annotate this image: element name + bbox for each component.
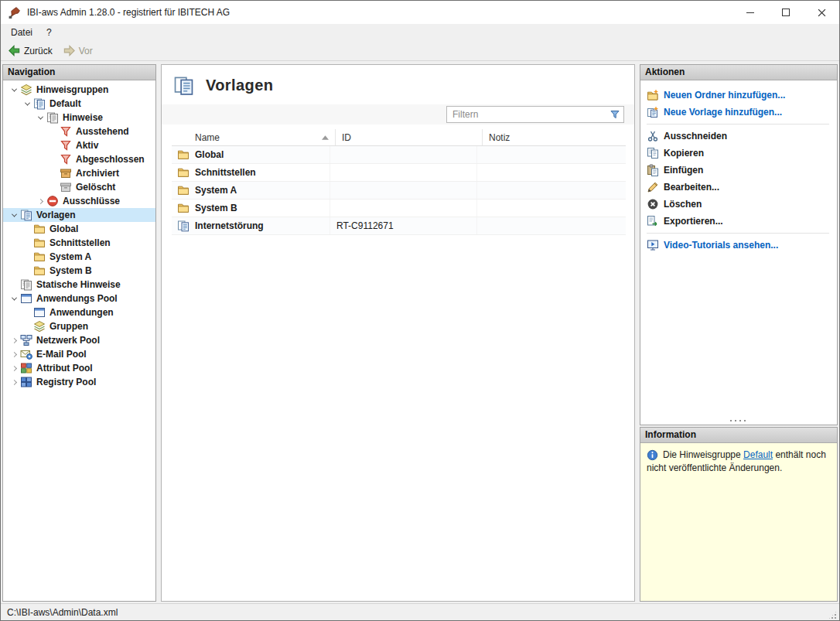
panel-splitter[interactable] bbox=[640, 418, 837, 425]
table-row-global[interactable]: Global bbox=[172, 146, 626, 164]
right-column: Aktionen Neuen Ordner hinzufügen...Neue … bbox=[640, 64, 838, 602]
cell-name: Schnittstellen bbox=[190, 167, 330, 178]
tree-item-system-b[interactable]: System B bbox=[3, 264, 155, 278]
tree-item-registry-pool[interactable]: Registry Pool bbox=[3, 375, 155, 389]
tree-item-label: Anwendungen bbox=[50, 307, 114, 318]
tree-item-gel-scht[interactable]: Gelöscht bbox=[3, 180, 155, 194]
default-group-link[interactable]: Default bbox=[743, 449, 773, 460]
tree-item-schnittstellen[interactable]: Schnittstellen bbox=[3, 236, 155, 250]
tree-item-hinweise[interactable]: Hinweise bbox=[3, 111, 155, 125]
tree-item-label: Ausstehend bbox=[76, 126, 129, 137]
column-header-name[interactable]: Name bbox=[172, 129, 335, 145]
navigation-panel: Navigation HinweisgruppenDefaultHinweise… bbox=[2, 64, 156, 602]
cell-id bbox=[330, 182, 476, 199]
menu-item-help[interactable]: ? bbox=[39, 24, 59, 41]
navigation-header: Navigation bbox=[3, 65, 155, 80]
tree-item-label: Abgeschlossen bbox=[76, 154, 145, 165]
minimize-button[interactable] bbox=[732, 1, 768, 24]
toolbar: Zurück Vor bbox=[1, 41, 839, 61]
chevron-glyph bbox=[11, 295, 16, 300]
email-icon bbox=[20, 348, 32, 360]
filter-input[interactable] bbox=[446, 106, 624, 123]
tree-item-label: Gruppen bbox=[50, 321, 88, 332]
attribute-icon bbox=[20, 362, 32, 374]
template-icon bbox=[20, 209, 32, 221]
action-kopieren[interactable]: Kopieren bbox=[647, 145, 834, 162]
chevron-collapsed-icon[interactable] bbox=[8, 362, 20, 374]
tree-item-global[interactable]: Global bbox=[3, 222, 155, 236]
column-header-notiz-label: Notiz bbox=[489, 132, 510, 143]
action-label: Kopieren bbox=[664, 148, 704, 159]
column-header-id[interactable]: ID bbox=[335, 129, 482, 145]
status-bar: C:\IBI-aws\Admin\Data.xml bbox=[1, 603, 839, 620]
cut-icon bbox=[647, 130, 659, 142]
chevron-expanded-icon[interactable] bbox=[8, 209, 20, 221]
chevron-expanded-icon[interactable] bbox=[8, 292, 20, 305]
tree-item-attribut-pool[interactable]: Attribut Pool bbox=[3, 361, 155, 375]
resize-grip-icon[interactable] bbox=[828, 610, 838, 620]
tree-item-statische-hinweise[interactable]: Statische Hinweise bbox=[3, 278, 155, 292]
chevron-glyph bbox=[24, 100, 29, 105]
tree-item-ausschl-sse[interactable]: Ausschlüsse bbox=[3, 194, 155, 208]
forward-button[interactable]: Vor bbox=[60, 43, 100, 59]
content-area: Navigation HinweisgruppenDefaultHinweise… bbox=[1, 61, 839, 603]
tree-item-anwendungs-pool[interactable]: Anwendungs Pool bbox=[3, 292, 155, 305]
menu-item-datei[interactable]: Datei bbox=[4, 24, 39, 41]
chevron-collapsed-icon[interactable] bbox=[8, 334, 20, 346]
table-body: GlobalSchnittstellenSystem ASystem BInte… bbox=[172, 146, 626, 235]
twisty-spacer bbox=[21, 320, 33, 333]
tree-item-label: Anwendungs Pool bbox=[36, 293, 118, 304]
chevron-collapsed-icon[interactable] bbox=[34, 195, 46, 207]
table-row-system-a[interactable]: System A bbox=[172, 182, 626, 200]
action-exportieren[interactable]: Exportieren... bbox=[647, 213, 834, 230]
tree-item-default[interactable]: Default bbox=[3, 97, 155, 111]
close-button[interactable] bbox=[804, 1, 839, 24]
action-neuen-ordner-hinzuf-gen[interactable]: Neuen Ordner hinzufügen... bbox=[647, 87, 834, 104]
tree-item-netzwerk-pool[interactable]: Netzwerk Pool bbox=[3, 333, 155, 347]
back-button[interactable]: Zurück bbox=[5, 43, 60, 59]
tree-item-hinweisgruppen[interactable]: Hinweisgruppen bbox=[3, 83, 155, 97]
grip-dots-icon bbox=[729, 419, 748, 422]
table-row-system-b[interactable]: System B bbox=[172, 200, 626, 217]
tree-item-ausstehend[interactable]: Ausstehend bbox=[3, 125, 155, 138]
chevron-expanded-icon[interactable] bbox=[34, 111, 46, 124]
tree-item-label: Gelöscht bbox=[76, 182, 115, 193]
twisty-spacer bbox=[21, 264, 33, 277]
maximize-button[interactable] bbox=[768, 1, 804, 24]
filter-funnel-icon[interactable] bbox=[609, 108, 621, 121]
tree-item-archiviert[interactable]: Archiviert bbox=[3, 166, 155, 180]
vorlagen-title-icon bbox=[173, 75, 194, 96]
tree-item-aktiv[interactable]: Aktiv bbox=[3, 138, 155, 152]
chevron-expanded-icon[interactable] bbox=[21, 97, 33, 110]
action-einf-gen[interactable]: Einfügen bbox=[647, 162, 834, 179]
tree-item-label: Ausschlüsse bbox=[63, 196, 120, 206]
chevron-glyph bbox=[11, 86, 16, 91]
cell-name: Global bbox=[190, 149, 330, 160]
tree-item-vorlagen[interactable]: Vorlagen bbox=[3, 208, 155, 222]
tree-item-anwendungen[interactable]: Anwendungen bbox=[3, 305, 155, 319]
video-icon bbox=[647, 239, 659, 251]
table-row-schnittstellen[interactable]: Schnittstellen bbox=[172, 164, 626, 182]
chevron-expanded-icon[interactable] bbox=[8, 84, 20, 96]
tree-item-gruppen[interactable]: Gruppen bbox=[3, 319, 155, 333]
template-icon bbox=[177, 220, 190, 232]
action-ausschneiden[interactable]: Ausschneiden bbox=[647, 128, 834, 145]
cell-id bbox=[330, 164, 476, 181]
cell-name: System B bbox=[190, 203, 330, 213]
action-label: Bearbeiten... bbox=[664, 182, 719, 193]
information-panel: Information Die Hinweisgruppe Default en… bbox=[640, 427, 838, 602]
chevron-collapsed-icon[interactable] bbox=[8, 348, 20, 360]
tree-item-abgeschlossen[interactable]: Abgeschlossen bbox=[3, 152, 155, 166]
action-neue-vorlage-hinzuf-gen[interactable]: Neue Vorlage hinzufügen... bbox=[647, 104, 834, 121]
action-l-schen[interactable]: Löschen bbox=[647, 196, 834, 213]
action-video-tutorials-ansehen[interactable]: Video-Tutorials ansehen... bbox=[647, 237, 834, 254]
main-panel: Vorlagen Name ID No bbox=[161, 64, 635, 602]
window-title: IBI-aws Admin 1.28.0 - registriert für I… bbox=[27, 7, 230, 18]
table-row-internetst-rung[interactable]: InternetstörungRT-C9112671 bbox=[172, 217, 626, 235]
tree-item-e-mail-pool[interactable]: E-Mail Pool bbox=[3, 347, 155, 361]
chevron-collapsed-icon[interactable] bbox=[8, 376, 20, 388]
action-bearbeiten[interactable]: Bearbeiten... bbox=[647, 179, 834, 196]
column-header-notiz[interactable]: Notiz bbox=[482, 129, 626, 145]
actions-header: Aktionen bbox=[640, 65, 837, 80]
tree-item-system-a[interactable]: System A bbox=[3, 250, 155, 264]
